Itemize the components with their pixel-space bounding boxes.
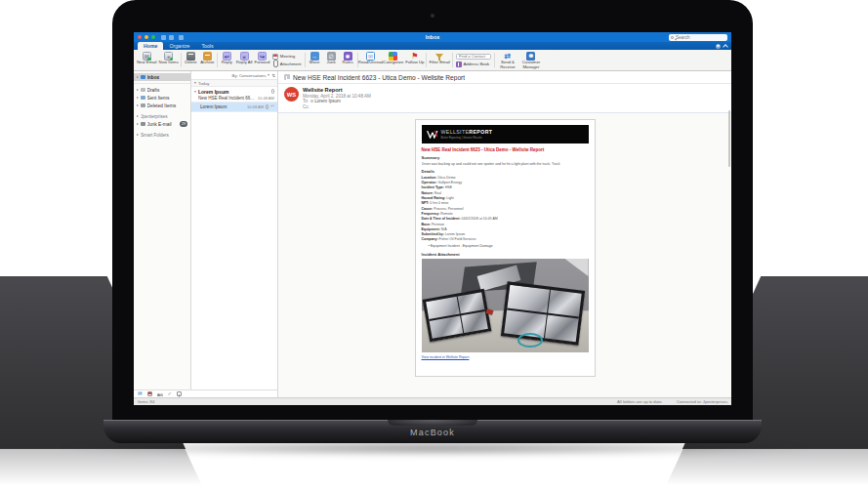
collapse-ribbon-chevron-icon[interactable] — [723, 44, 728, 50]
email-headline: New HSE Real Incident 6623 - Utica Demo … — [422, 147, 589, 152]
sidebar-account-header[interactable]: Jpenterprises — [134, 112, 190, 120]
customer-manager-button[interactable]: ☻ Customer Manager — [519, 51, 543, 69]
junk-email-icon — [141, 122, 145, 127]
ribbon-divider — [181, 53, 182, 67]
sidebar-item-deleted-items[interactable]: Deleted Items — [134, 102, 190, 109]
sidebar-item-smart-folders[interactable]: Smart Folders — [134, 131, 190, 139]
webcam-dot — [431, 14, 434, 18]
filter-email-button[interactable]: Filter Email — [428, 51, 451, 69]
damaged-floodlight-left — [422, 289, 491, 342]
find-contact-input[interactable] — [456, 54, 491, 61]
new-email-button[interactable]: ✉ New Email — [136, 51, 158, 69]
view-incident-link[interactable]: View incident in Wellsite Report — [422, 355, 470, 359]
email-card: WELLSITEREPORT Better Reporting | Greate… — [415, 119, 596, 377]
tab-organize[interactable]: Organize — [163, 42, 195, 50]
new-items-icon: + — [164, 52, 173, 61]
teal-cable-shape — [517, 333, 543, 348]
send-receive-icon: ⇄ — [503, 52, 512, 61]
delete-button[interactable]: Delete — [183, 51, 199, 69]
chevron-right-icon[interactable] — [137, 104, 139, 106]
sort-direction-icon[interactable]: ⇅ — [271, 73, 275, 78]
forward-button[interactable]: ↪ Forward — [254, 51, 271, 69]
sender-avatar: WS — [284, 87, 299, 102]
sidebar-separator — [134, 83, 190, 84]
address-book-button[interactable]: Address Book — [456, 62, 491, 67]
status-bar: Items: 84 All folders are up to date. Co… — [134, 397, 731, 405]
inbox-icon — [141, 75, 145, 80]
new-items-button[interactable]: + New Items — [158, 51, 180, 69]
sidebar-item-sent-items[interactable]: Sent Items — [134, 94, 190, 102]
folder-sidebar: Inbox Drafts Sent Items Deleted Items Jp… — [134, 71, 191, 390]
details-heading: Details — [422, 169, 589, 174]
chevron-down-icon — [194, 82, 196, 84]
ribbon-divider — [217, 53, 218, 67]
chevron-right-icon[interactable] — [137, 123, 139, 125]
read-unread-icon: ✉ — [366, 52, 375, 61]
mail-module-icon[interactable]: ✉ — [138, 391, 143, 397]
sync-status: All folders are up to date. — [617, 399, 663, 404]
account-icon[interactable] — [716, 44, 721, 49]
reply-all-button[interactable]: « Reply All — [235, 51, 254, 69]
rules-button[interactable]: ✱ Rules — [340, 51, 356, 69]
categorize-icon — [389, 52, 397, 61]
message-group-today[interactable]: Today — [191, 80, 277, 87]
people-module-icon[interactable] — [157, 391, 163, 396]
detail-row: Company: Fisher Oil Field Services — [422, 237, 589, 242]
customer-manager-icon: ☻ — [526, 52, 535, 61]
send-receive-button[interactable]: ⇄ Send & Receive — [496, 51, 519, 69]
archive-button[interactable]: Archive — [199, 51, 216, 69]
module-switcher: ✉ ✓ — [134, 390, 278, 397]
attachment-icon — [272, 61, 278, 66]
ribbon-divider — [305, 53, 306, 67]
read-unread-button[interactable]: ✉ Read/Unread — [359, 51, 383, 69]
photo-background-shape — [559, 259, 589, 276]
search-input[interactable] — [676, 35, 725, 40]
macbook-label: MacBook — [103, 428, 762, 437]
drafts-icon — [141, 88, 145, 93]
outlook-window: Inbox Home Organize Tools ✉ New Email + — [134, 32, 731, 405]
paperclip-icon — [271, 89, 274, 94]
chevron-right-icon[interactable] — [137, 97, 139, 99]
recipient-name[interactable]: Lorem Ipsum — [314, 99, 341, 103]
sidebar-item-inbox[interactable]: Inbox — [134, 73, 190, 81]
brand-word-2: REPORT — [469, 129, 492, 135]
chevron-right-icon[interactable] — [137, 115, 139, 117]
junk-icon: ∅ — [327, 52, 336, 61]
tab-home[interactable]: Home — [138, 42, 163, 50]
chevron-right-icon[interactable] — [137, 134, 139, 136]
notes-module-icon[interactable] — [177, 391, 182, 396]
search-icon — [671, 36, 674, 39]
junk-button[interactable]: ∅ Junk — [323, 51, 340, 69]
message-list: By: Conversations ⇅ Today Lorem Ipsum Ne… — [191, 71, 278, 390]
sidebar-item-junk-email[interactable]: Junk E-mail 29 — [134, 120, 190, 128]
meeting-button[interactable]: Meeting — [272, 54, 301, 60]
tab-tools[interactable]: Tools — [195, 42, 219, 50]
conversation-message-selected[interactable]: Lorem Ipsum 10:48 AM ↩ — [191, 102, 277, 112]
move-icon: → — [310, 52, 319, 61]
sidebar-item-drafts[interactable]: Drafts — [134, 86, 190, 94]
reply-button[interactable]: ↩ Reply — [219, 51, 235, 69]
brand-word-1: WELLSITE — [441, 129, 470, 135]
message-attachment-icon — [284, 74, 290, 80]
reading-pane-scrollbar[interactable] — [728, 110, 730, 167]
search-field[interactable] — [669, 34, 727, 41]
incident-photo — [422, 259, 589, 352]
sent-items-icon — [141, 96, 145, 101]
message-list-sort-header[interactable]: By: Conversations ⇅ — [191, 71, 277, 80]
summary-heading: Summary — [422, 155, 589, 160]
macbook-mockup-scene: Inbox Home Organize Tools ✉ New Email + — [0, 0, 868, 492]
chevron-right-icon[interactable] — [137, 89, 139, 91]
calendar-module-icon[interactable] — [147, 391, 152, 396]
wellsite-report-logo-bar: WELLSITEREPORT Better Reporting | Greate… — [422, 125, 589, 144]
conversation-row[interactable]: Lorem Ipsum New HSE Real Incident 6623 -… — [191, 87, 277, 102]
connection-status: Connected to: Jpenterprises — [677, 399, 727, 404]
paperclip-icon — [266, 104, 269, 109]
categorize-button[interactable]: Categorize — [383, 51, 405, 69]
chevron-down-icon[interactable] — [194, 91, 196, 93]
reply-all-icon: « — [240, 52, 249, 61]
move-button[interactable]: → Move — [307, 51, 323, 69]
tasks-module-icon[interactable]: ✓ — [168, 391, 173, 397]
follow-up-button[interactable]: ⚑ Follow Up — [404, 51, 425, 69]
chevron-right-icon[interactable] — [137, 76, 139, 78]
attachment-button[interactable]: Attachment — [272, 61, 301, 66]
